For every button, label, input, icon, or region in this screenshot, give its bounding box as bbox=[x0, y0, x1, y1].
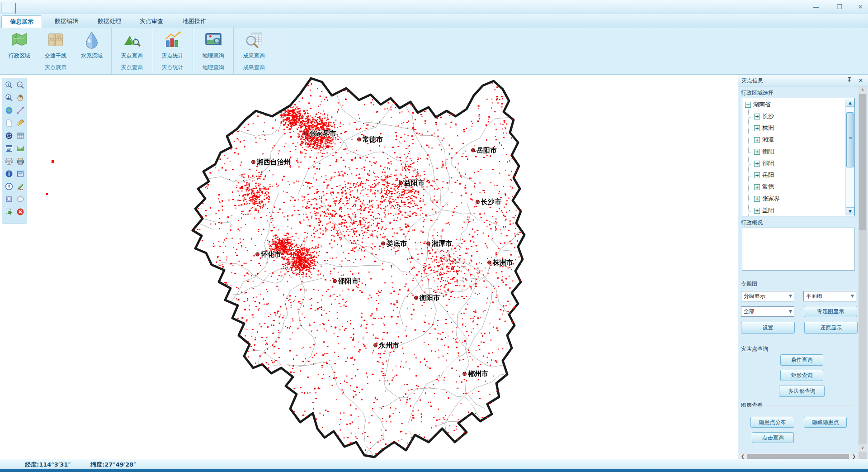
hazard-distribution-button[interactable]: 隐患点分布 bbox=[750, 417, 794, 428]
close-button[interactable]: ✕ bbox=[854, 2, 867, 12]
click-query-button[interactable]: 点击查询 bbox=[752, 432, 794, 443]
tree-item-label: 湖南省 bbox=[753, 100, 771, 109]
tab-info-display[interactable]: 信息展示 bbox=[1, 15, 42, 28]
tree-item-hengyang[interactable]: +衡阳 bbox=[754, 148, 774, 156]
refresh-tool[interactable] bbox=[3, 130, 14, 143]
expand-icon[interactable]: + bbox=[754, 184, 760, 190]
tree-item-xiangtan[interactable]: +湘潭 bbox=[754, 136, 774, 144]
expand-icon[interactable]: + bbox=[754, 208, 760, 214]
print-tool[interactable] bbox=[3, 156, 14, 168]
region-tree[interactable]: ▲ ▼ −湖南省+长沙+株洲+湘潭+衡阳+邵阳+岳阳+常德+张家界+益阳+郴州 bbox=[742, 98, 855, 216]
polygon-query-button[interactable]: 多边形查询 bbox=[779, 386, 825, 397]
hide-hazards-button[interactable]: 隐藏隐患点 bbox=[804, 417, 847, 428]
svg-text:±: ± bbox=[6, 95, 10, 100]
chevron-down-icon[interactable]: ▼ bbox=[789, 291, 792, 301]
tree-scroll-thumb[interactable] bbox=[846, 112, 854, 167]
water-system-button[interactable]: 水系流域 bbox=[74, 29, 110, 63]
tree-item-changde[interactable]: +常德 bbox=[754, 183, 774, 191]
city-marker-icon bbox=[255, 253, 259, 257]
map-canvas[interactable] bbox=[0, 75, 738, 459]
tree-item-hunan[interactable]: −湖南省 bbox=[745, 100, 771, 109]
display-mode-combobox[interactable]: 分级显示▼ bbox=[741, 291, 794, 301]
map-type-combobox[interactable]: 平面图▼ bbox=[803, 291, 856, 301]
sketch-tool[interactable] bbox=[14, 181, 26, 194]
close-tool-tool[interactable] bbox=[14, 206, 26, 219]
admin-region-button[interactable]: 行政区域 bbox=[1, 29, 38, 63]
export-image-tool[interactable] bbox=[14, 143, 26, 156]
scroll-up-icon[interactable]: ∧ bbox=[859, 86, 867, 94]
city-name: 永州市 bbox=[379, 341, 399, 350]
scope-combobox[interactable]: 全部▼ bbox=[741, 306, 794, 317]
section-title-layer-view: 图层查看 bbox=[741, 401, 854, 409]
chevron-down-icon[interactable]: ▼ bbox=[789, 307, 792, 316]
tab-data-process[interactable]: 数据处理 bbox=[90, 15, 129, 28]
scroll-down-icon[interactable]: ∨ bbox=[859, 444, 867, 452]
clear-draw-tool[interactable] bbox=[14, 118, 26, 130]
panel-vertical-scrollbar[interactable]: ∧ ∨ bbox=[859, 86, 867, 459]
layer-list-tool[interactable] bbox=[3, 143, 14, 156]
tree-scroll-up-icon[interactable]: ▲ bbox=[846, 99, 854, 107]
zoom-in-tool[interactable]: + bbox=[3, 80, 14, 92]
quick-access-box[interactable] bbox=[1, 2, 13, 12]
tree-scroll-down-icon[interactable]: ▼ bbox=[846, 207, 854, 215]
tree-scrollbar[interactable]: ▲ ▼ bbox=[845, 99, 854, 215]
map-tool-palette: +−±? bbox=[2, 78, 27, 224]
expand-icon[interactable]: + bbox=[754, 161, 760, 167]
result-query-button[interactable]: 成果查询 bbox=[236, 29, 272, 63]
disaster-query-button[interactable]: 灾点查询 bbox=[114, 29, 150, 63]
city-label-chenzhou: 郴州市 bbox=[462, 370, 488, 378]
attribute-table-tool[interactable] bbox=[14, 130, 26, 143]
disaster-stats-button[interactable]: 灾点统计 bbox=[155, 29, 191, 63]
chevron-down-icon[interactable]: ▼ bbox=[851, 291, 854, 301]
clear-page-tool[interactable] bbox=[3, 118, 14, 130]
pan-tool[interactable] bbox=[14, 92, 26, 105]
thematic-show-button[interactable]: 专题图显示 bbox=[804, 306, 857, 317]
bar-chart-icon bbox=[163, 29, 183, 51]
zoom-window-tool[interactable]: ± bbox=[3, 92, 14, 105]
tree-item-zhuzhou[interactable]: +株洲 bbox=[754, 124, 774, 132]
collapse-icon[interactable]: − bbox=[745, 102, 751, 108]
status-bar-bottom-strip bbox=[0, 469, 868, 472]
map-area[interactable]: 张家界市常德市岳阳市湘西自治州益阳市长沙市娄底市湘潭市怀化市株洲市邵阳市衡阳市永… bbox=[0, 75, 738, 459]
select-rect-tool[interactable] bbox=[3, 194, 14, 206]
expand-icon[interactable]: + bbox=[754, 114, 760, 119]
tab-map-operation[interactable]: 地图操作 bbox=[175, 15, 214, 28]
pin-icon[interactable] bbox=[845, 77, 853, 85]
overview-window-tool[interactable] bbox=[14, 168, 26, 181]
panel-close-icon[interactable]: ✕ bbox=[857, 77, 865, 85]
expand-icon[interactable]: + bbox=[754, 149, 760, 155]
expand-icon[interactable]: + bbox=[754, 172, 760, 178]
restore-button[interactable]: ❐ bbox=[833, 2, 846, 12]
expand-icon[interactable]: + bbox=[754, 196, 760, 202]
settings-button[interactable]: 设置 bbox=[741, 322, 795, 334]
ribbon-button-label: 灾点查询 bbox=[121, 52, 143, 60]
traffic-lines-button[interactable]: 交通干线 bbox=[38, 29, 74, 63]
condition-query-button[interactable]: 条件查询 bbox=[780, 354, 823, 366]
image-icon bbox=[16, 144, 25, 155]
tree-item-changsha[interactable]: +长沙 bbox=[754, 112, 774, 120]
expand-icon[interactable]: + bbox=[754, 137, 760, 143]
rectangle-query-button[interactable]: 矩形查询 bbox=[780, 370, 823, 381]
geo-query-button[interactable]: 地理查询 bbox=[195, 29, 231, 63]
select-feature-tool[interactable] bbox=[3, 206, 14, 219]
tab-disaster-review[interactable]: 灾点审查 bbox=[132, 15, 171, 28]
vertical-scroll-thumb[interactable] bbox=[859, 94, 866, 230]
restore-display-button[interactable]: 还原显示 bbox=[804, 322, 858, 334]
print-preview-tool[interactable] bbox=[14, 156, 26, 168]
tree-item-yueyang[interactable]: +岳阳 bbox=[754, 171, 774, 179]
tab-data-edit[interactable]: 数据编辑 bbox=[47, 15, 86, 28]
admin-region-map-icon bbox=[9, 29, 29, 51]
identify-tool[interactable] bbox=[3, 168, 14, 181]
expand-icon[interactable]: + bbox=[754, 125, 760, 131]
measure-tool[interactable] bbox=[14, 105, 26, 118]
zoom-out-tool[interactable]: − bbox=[14, 80, 26, 92]
tree-item-yiyang[interactable]: +益阳 bbox=[754, 206, 774, 215]
minimize-button[interactable]: — bbox=[809, 2, 823, 12]
help-tool[interactable]: ? bbox=[3, 181, 14, 194]
full-extent-tool[interactable] bbox=[3, 105, 14, 118]
tree-item-shaoyang[interactable]: +邵阳 bbox=[754, 159, 774, 167]
traffic-map-icon bbox=[46, 29, 66, 51]
select-ellipse-tool[interactable] bbox=[14, 194, 26, 206]
tree-item-zhangjiajie[interactable]: +张家界 bbox=[754, 195, 780, 203]
region-overview-textarea[interactable] bbox=[742, 228, 855, 271]
